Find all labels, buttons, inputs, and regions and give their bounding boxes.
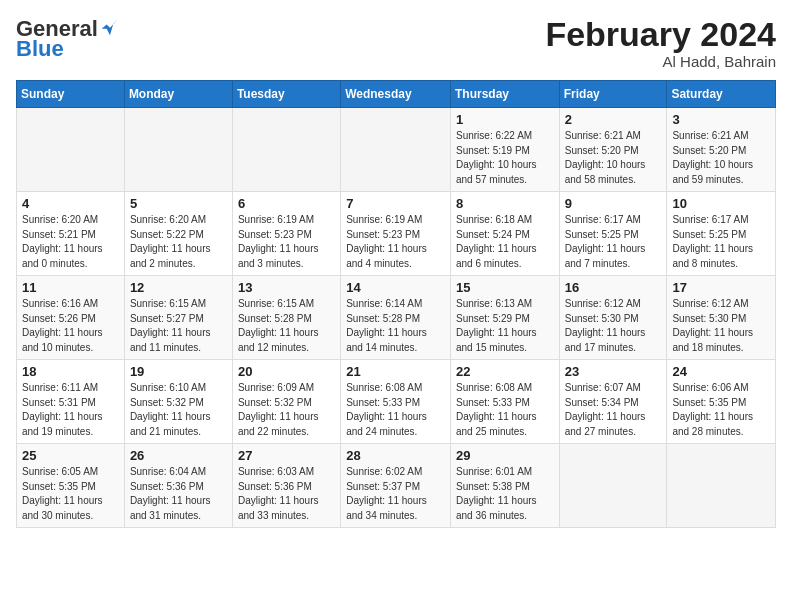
calendar-cell: 4Sunrise: 6:20 AM Sunset: 5:21 PM Daylig…: [17, 192, 125, 276]
day-number: 10: [672, 196, 770, 211]
day-detail: Sunrise: 6:18 AM Sunset: 5:24 PM Dayligh…: [456, 213, 554, 271]
day-number: 16: [565, 280, 662, 295]
day-detail: Sunrise: 6:20 AM Sunset: 5:21 PM Dayligh…: [22, 213, 119, 271]
header-wednesday: Wednesday: [341, 81, 451, 108]
calendar-cell: 9Sunrise: 6:17 AM Sunset: 5:25 PM Daylig…: [559, 192, 667, 276]
calendar-cell: 24Sunrise: 6:06 AM Sunset: 5:35 PM Dayli…: [667, 360, 776, 444]
page-header: General Blue February 2024 Al Hadd, Bahr…: [16, 16, 776, 70]
calendar-week-row: 4Sunrise: 6:20 AM Sunset: 5:21 PM Daylig…: [17, 192, 776, 276]
day-detail: Sunrise: 6:21 AM Sunset: 5:20 PM Dayligh…: [672, 129, 770, 187]
title-area: February 2024 Al Hadd, Bahrain: [545, 16, 776, 70]
calendar-cell: 1Sunrise: 6:22 AM Sunset: 5:19 PM Daylig…: [450, 108, 559, 192]
day-detail: Sunrise: 6:05 AM Sunset: 5:35 PM Dayligh…: [22, 465, 119, 523]
day-detail: Sunrise: 6:15 AM Sunset: 5:28 PM Dayligh…: [238, 297, 335, 355]
calendar-cell: [559, 444, 667, 528]
day-number: 24: [672, 364, 770, 379]
day-detail: Sunrise: 6:12 AM Sunset: 5:30 PM Dayligh…: [565, 297, 662, 355]
day-detail: Sunrise: 6:17 AM Sunset: 5:25 PM Dayligh…: [672, 213, 770, 271]
day-number: 18: [22, 364, 119, 379]
calendar-cell: 21Sunrise: 6:08 AM Sunset: 5:33 PM Dayli…: [341, 360, 451, 444]
day-detail: Sunrise: 6:19 AM Sunset: 5:23 PM Dayligh…: [238, 213, 335, 271]
calendar-cell: 7Sunrise: 6:19 AM Sunset: 5:23 PM Daylig…: [341, 192, 451, 276]
day-detail: Sunrise: 6:12 AM Sunset: 5:30 PM Dayligh…: [672, 297, 770, 355]
calendar-cell: [124, 108, 232, 192]
day-number: 6: [238, 196, 335, 211]
calendar-cell: 15Sunrise: 6:13 AM Sunset: 5:29 PM Dayli…: [450, 276, 559, 360]
day-number: 12: [130, 280, 227, 295]
day-number: 15: [456, 280, 554, 295]
day-detail: Sunrise: 6:04 AM Sunset: 5:36 PM Dayligh…: [130, 465, 227, 523]
calendar-cell: 17Sunrise: 6:12 AM Sunset: 5:30 PM Dayli…: [667, 276, 776, 360]
day-number: 29: [456, 448, 554, 463]
calendar-table: SundayMondayTuesdayWednesdayThursdayFrid…: [16, 80, 776, 528]
calendar-cell: 27Sunrise: 6:03 AM Sunset: 5:36 PM Dayli…: [232, 444, 340, 528]
day-number: 13: [238, 280, 335, 295]
day-number: 28: [346, 448, 445, 463]
day-number: 14: [346, 280, 445, 295]
calendar-cell: [341, 108, 451, 192]
calendar-cell: [667, 444, 776, 528]
day-number: 25: [22, 448, 119, 463]
day-number: 19: [130, 364, 227, 379]
header-saturday: Saturday: [667, 81, 776, 108]
calendar-cell: 14Sunrise: 6:14 AM Sunset: 5:28 PM Dayli…: [341, 276, 451, 360]
calendar-cell: 6Sunrise: 6:19 AM Sunset: 5:23 PM Daylig…: [232, 192, 340, 276]
day-number: 2: [565, 112, 662, 127]
day-detail: Sunrise: 6:13 AM Sunset: 5:29 PM Dayligh…: [456, 297, 554, 355]
day-number: 26: [130, 448, 227, 463]
day-number: 7: [346, 196, 445, 211]
day-number: 5: [130, 196, 227, 211]
day-number: 21: [346, 364, 445, 379]
day-number: 20: [238, 364, 335, 379]
day-detail: Sunrise: 6:01 AM Sunset: 5:38 PM Dayligh…: [456, 465, 554, 523]
day-number: 1: [456, 112, 554, 127]
logo: General Blue: [16, 16, 120, 62]
calendar-cell: [17, 108, 125, 192]
day-detail: Sunrise: 6:15 AM Sunset: 5:27 PM Dayligh…: [130, 297, 227, 355]
calendar-cell: 29Sunrise: 6:01 AM Sunset: 5:38 PM Dayli…: [450, 444, 559, 528]
header-monday: Monday: [124, 81, 232, 108]
day-number: 22: [456, 364, 554, 379]
day-number: 17: [672, 280, 770, 295]
day-detail: Sunrise: 6:03 AM Sunset: 5:36 PM Dayligh…: [238, 465, 335, 523]
day-number: 8: [456, 196, 554, 211]
calendar-cell: [232, 108, 340, 192]
day-number: 9: [565, 196, 662, 211]
day-number: 3: [672, 112, 770, 127]
day-number: 4: [22, 196, 119, 211]
calendar-header-row: SundayMondayTuesdayWednesdayThursdayFrid…: [17, 81, 776, 108]
calendar-cell: 22Sunrise: 6:08 AM Sunset: 5:33 PM Dayli…: [450, 360, 559, 444]
calendar-cell: 2Sunrise: 6:21 AM Sunset: 5:20 PM Daylig…: [559, 108, 667, 192]
header-friday: Friday: [559, 81, 667, 108]
day-detail: Sunrise: 6:06 AM Sunset: 5:35 PM Dayligh…: [672, 381, 770, 439]
calendar-cell: 18Sunrise: 6:11 AM Sunset: 5:31 PM Dayli…: [17, 360, 125, 444]
day-detail: Sunrise: 6:02 AM Sunset: 5:37 PM Dayligh…: [346, 465, 445, 523]
header-sunday: Sunday: [17, 81, 125, 108]
calendar-cell: 8Sunrise: 6:18 AM Sunset: 5:24 PM Daylig…: [450, 192, 559, 276]
calendar-cell: 25Sunrise: 6:05 AM Sunset: 5:35 PM Dayli…: [17, 444, 125, 528]
calendar-cell: 12Sunrise: 6:15 AM Sunset: 5:27 PM Dayli…: [124, 276, 232, 360]
header-thursday: Thursday: [450, 81, 559, 108]
day-detail: Sunrise: 6:14 AM Sunset: 5:28 PM Dayligh…: [346, 297, 445, 355]
calendar-cell: 16Sunrise: 6:12 AM Sunset: 5:30 PM Dayli…: [559, 276, 667, 360]
day-number: 23: [565, 364, 662, 379]
calendar-week-row: 25Sunrise: 6:05 AM Sunset: 5:35 PM Dayli…: [17, 444, 776, 528]
day-detail: Sunrise: 6:08 AM Sunset: 5:33 PM Dayligh…: [456, 381, 554, 439]
calendar-cell: 11Sunrise: 6:16 AM Sunset: 5:26 PM Dayli…: [17, 276, 125, 360]
calendar-cell: 13Sunrise: 6:15 AM Sunset: 5:28 PM Dayli…: [232, 276, 340, 360]
day-number: 27: [238, 448, 335, 463]
logo-blue: Blue: [16, 36, 64, 62]
day-detail: Sunrise: 6:17 AM Sunset: 5:25 PM Dayligh…: [565, 213, 662, 271]
calendar-week-row: 11Sunrise: 6:16 AM Sunset: 5:26 PM Dayli…: [17, 276, 776, 360]
day-number: 11: [22, 280, 119, 295]
month-year-title: February 2024: [545, 16, 776, 53]
day-detail: Sunrise: 6:20 AM Sunset: 5:22 PM Dayligh…: [130, 213, 227, 271]
day-detail: Sunrise: 6:22 AM Sunset: 5:19 PM Dayligh…: [456, 129, 554, 187]
day-detail: Sunrise: 6:08 AM Sunset: 5:33 PM Dayligh…: [346, 381, 445, 439]
day-detail: Sunrise: 6:16 AM Sunset: 5:26 PM Dayligh…: [22, 297, 119, 355]
calendar-cell: 28Sunrise: 6:02 AM Sunset: 5:37 PM Dayli…: [341, 444, 451, 528]
calendar-week-row: 1Sunrise: 6:22 AM Sunset: 5:19 PM Daylig…: [17, 108, 776, 192]
calendar-cell: 10Sunrise: 6:17 AM Sunset: 5:25 PM Dayli…: [667, 192, 776, 276]
logo-bird-icon: [100, 17, 120, 37]
day-detail: Sunrise: 6:19 AM Sunset: 5:23 PM Dayligh…: [346, 213, 445, 271]
